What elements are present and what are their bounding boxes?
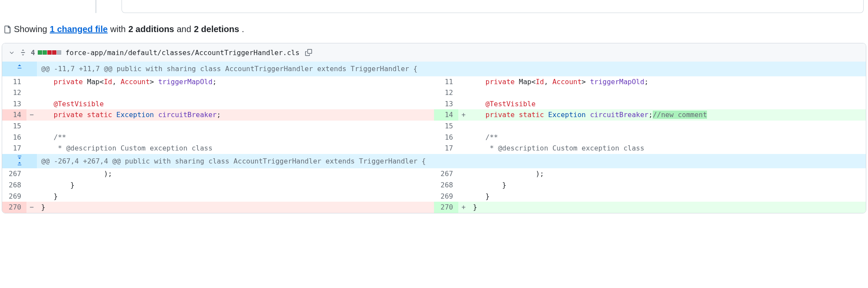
collapse-toggle[interactable]	[8, 49, 15, 56]
line-num-old[interactable]: 14	[2, 109, 26, 121]
code-new[interactable]: );	[469, 168, 866, 180]
code-old[interactable]: }	[37, 202, 434, 213]
line-num-old[interactable]: 268	[2, 180, 26, 191]
line-num-old[interactable]: 15	[2, 121, 26, 132]
plus-sign: +	[458, 202, 469, 213]
diff-summary: Showing 1 changed file with 2 additions …	[0, 17, 868, 41]
summary-additions: 2 additions	[128, 24, 174, 34]
code-new[interactable]: }	[469, 180, 866, 191]
code-old[interactable]: }	[37, 191, 434, 202]
code-old[interactable]: @TestVisible	[37, 98, 434, 110]
code-new[interactable]: private static Exception circuitBreaker;…	[469, 109, 866, 121]
expand-up-button[interactable]	[2, 62, 37, 76]
code-old[interactable]: }	[37, 180, 434, 191]
hunk-text: @@ -267,4 +267,4 @@ public with sharing …	[37, 154, 866, 169]
code-old[interactable]: /**	[37, 132, 434, 143]
line-num-old[interactable]: 267	[2, 168, 26, 180]
summary-and: and	[177, 24, 191, 34]
code-new[interactable]	[469, 87, 866, 98]
line-num-old[interactable]: 269	[2, 191, 26, 202]
changed-files-link[interactable]: 1 changed file	[50, 24, 108, 34]
code-old[interactable]: private static Exception circuitBreaker;	[37, 109, 434, 121]
line-num-new[interactable]: 269	[434, 191, 458, 202]
line-num-old[interactable]: 13	[2, 98, 26, 110]
line-num-new[interactable]: 14	[434, 109, 458, 121]
diffstat-neutral-block	[57, 50, 61, 55]
file-path[interactable]: force-app/main/default/classes/AccountTr…	[66, 49, 299, 57]
diffstat-add-block	[38, 50, 42, 55]
copy-path-button[interactable]	[304, 48, 313, 57]
code-old[interactable]	[37, 87, 434, 98]
diff-row: 267 ); 267 );	[2, 168, 866, 180]
file-diff-block: 4 force-app/main/default/classes/Account…	[2, 43, 866, 213]
line-num-new[interactable]: 267	[434, 168, 458, 180]
line-num-new[interactable]: 15	[434, 121, 458, 132]
line-num-new[interactable]: 17	[434, 143, 458, 154]
line-num-old[interactable]: 270	[2, 202, 26, 213]
line-num-old[interactable]: 16	[2, 132, 26, 143]
inline-added-text: //new comment	[653, 111, 707, 119]
minus-sign: −	[26, 109, 37, 121]
code-old[interactable]: );	[37, 168, 434, 180]
line-num-new[interactable]: 16	[434, 132, 458, 143]
line-sign	[26, 76, 37, 88]
diffstat-add-block	[43, 50, 47, 55]
code-new[interactable]	[469, 121, 866, 132]
summary-deletions: 2 deletions	[194, 24, 239, 34]
line-num-old[interactable]: 12	[2, 87, 26, 98]
hunk-header: @@ -267,4 +267,4 @@ public with sharing …	[2, 154, 866, 169]
hunk-header: @@ -11,7 +11,7 @@ public with sharing cl…	[2, 62, 866, 76]
minus-sign: −	[26, 202, 37, 213]
line-num-new[interactable]: 268	[434, 180, 458, 191]
plus-sign: +	[458, 109, 469, 121]
diffstat-blocks	[38, 50, 61, 55]
line-sign	[458, 76, 469, 88]
code-new[interactable]: }	[469, 202, 866, 213]
diff-row-deletion: 14 − private static Exception circuitBre…	[2, 109, 866, 121]
diff-row: 16 /** 16 /**	[2, 132, 866, 143]
diffstat-del-block	[47, 50, 52, 55]
code-new[interactable]: }	[469, 191, 866, 202]
review-thread-area	[0, 0, 868, 17]
line-num-new[interactable]: 12	[434, 87, 458, 98]
line-num-old[interactable]: 11	[2, 76, 26, 88]
diff-row: 12 12	[2, 87, 866, 98]
code-new[interactable]: @TestVisible	[469, 98, 866, 110]
summary-period: .	[242, 24, 244, 34]
code-old[interactable]: private Map<Id, Account> triggerMapOld;	[37, 76, 434, 88]
diff-row-deletion: 270 − } 270 + }	[2, 202, 866, 213]
file-header: 4 force-app/main/default/classes/Account…	[2, 43, 866, 62]
timeline-line	[95, 0, 96, 13]
diff-table: @@ -11,7 +11,7 @@ public with sharing cl…	[2, 62, 866, 213]
code-old[interactable]	[37, 121, 434, 132]
code-new[interactable]: * @description Custom exception class	[469, 143, 866, 154]
summary-with: with	[110, 24, 126, 34]
line-num-new[interactable]: 270	[434, 202, 458, 213]
diff-row: 17 * @description Custom exception class…	[2, 143, 866, 154]
diff-row: 11 private Map<Id, Account> triggerMapOl…	[2, 76, 866, 88]
diff-row: 269 } 269 }	[2, 191, 866, 202]
diffstat-count: 4	[31, 49, 35, 57]
diffstat: 4	[31, 49, 61, 57]
diff-row: 13 @TestVisible 13 @TestVisible	[2, 98, 866, 110]
summary-showing: Showing	[14, 24, 47, 34]
diff-row: 268 } 268 }	[2, 180, 866, 191]
diffstat-del-block	[52, 50, 56, 55]
hunk-text: @@ -11,7 +11,7 @@ public with sharing cl…	[37, 62, 866, 76]
code-old[interactable]: * @description Custom exception class	[37, 143, 434, 154]
file-diff-icon	[3, 26, 11, 33]
expand-all-icon[interactable]	[20, 48, 26, 57]
expand-both-button[interactable]	[2, 154, 37, 169]
line-num-new[interactable]: 13	[434, 98, 458, 110]
line-num-old[interactable]: 17	[2, 143, 26, 154]
review-box-bottom	[122, 0, 864, 13]
diff-row: 15 15	[2, 121, 866, 132]
code-new[interactable]: private Map<Id, Account> triggerMapOld;	[469, 76, 866, 88]
code-new[interactable]: /**	[469, 132, 866, 143]
line-num-new[interactable]: 11	[434, 76, 458, 88]
